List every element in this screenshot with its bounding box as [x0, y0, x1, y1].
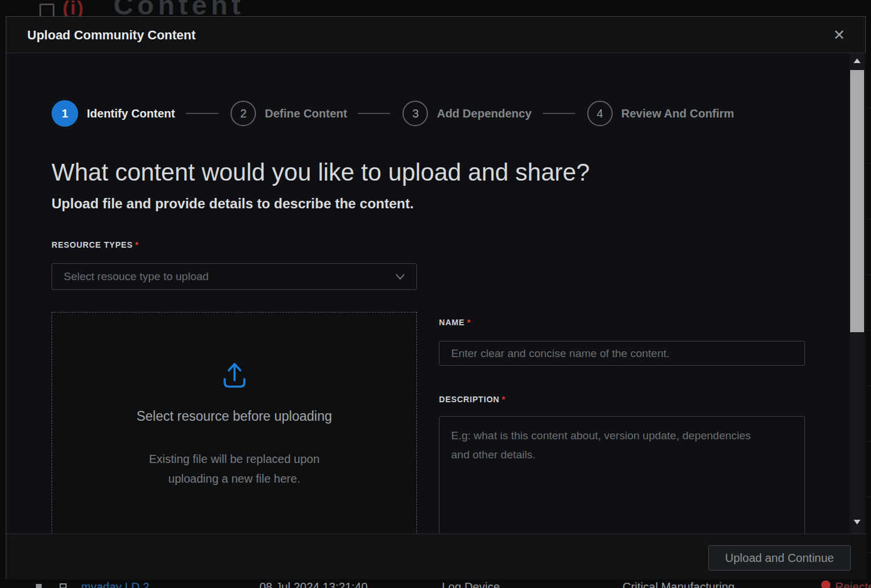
vertical-scrollbar[interactable] [850, 53, 865, 534]
step-3-label: Add Dependency [437, 107, 531, 120]
step-1-label: Identify Content [87, 107, 175, 120]
resource-type-select-placeholder: Select resouce type to upload [64, 270, 396, 283]
chevron-down-icon [396, 274, 405, 280]
file-dropzone[interactable]: Select resource before uploading Existin… [52, 312, 417, 534]
background-row-timestamp: 08 Jul 2024 13:21:40 [259, 580, 368, 588]
step-connector [543, 113, 575, 114]
required-asterisk: * [502, 394, 506, 404]
page-subtitle: Upload file and provide details to descr… [52, 196, 413, 212]
step-4-label: Review And Confirm [621, 107, 734, 120]
background-table-row: myaday LD 2 08 Jul 2024 13:21:40 Log Dev… [0, 579, 871, 588]
background-logo-icon [39, 3, 54, 16]
resource-type-select[interactable]: Select resouce type to upload [52, 263, 417, 290]
screen: (i) Content myaday LD 2 08 Jul 2024 13:2… [0, 0, 871, 588]
step-connector [186, 113, 218, 114]
step-2-label: Define Content [265, 107, 347, 120]
modal-body: 1 Identify Content 2 Define Content 3 Ad… [6, 53, 866, 534]
step-add-dependency: 3 Add Dependency [402, 101, 531, 126]
background-table-gridlines [866, 0, 871, 588]
required-asterisk: * [467, 317, 471, 327]
dropzone-secondary-text: Existing file will be replaced upon uplo… [52, 449, 416, 488]
resource-types-label: RESOURCE TYPES* [52, 240, 139, 249]
background-logo-red-fragment: (i) [63, 0, 85, 16]
step-1-circle: 1 [52, 100, 78, 127]
scrollbar-thumb[interactable] [850, 70, 864, 332]
background-row-name-link[interactable]: myaday LD 2 [81, 580, 149, 588]
modal-title: Upload Community Content [27, 17, 196, 53]
background-row-resource-type: Log Device [442, 580, 500, 588]
background-row-vendor: Critical Manufacturing [623, 580, 734, 588]
step-4-circle: 4 [587, 101, 613, 126]
step-review-and-confirm: 4 Review And Confirm [587, 101, 734, 126]
dropzone-primary-text: Select resource before uploading [52, 409, 416, 424]
upload-and-continue-button[interactable]: Upload and Continue [708, 545, 851, 571]
step-2-circle: 2 [230, 101, 256, 126]
modal-header: Upload Community Content ✕ [6, 17, 865, 53]
upload-icon [220, 361, 249, 389]
required-asterisk: * [135, 240, 139, 249]
close-icon[interactable]: ✕ [830, 17, 848, 53]
background-page-header: (i) Content [0, 0, 871, 16]
scroll-down-icon[interactable] [854, 520, 861, 524]
name-label: NAME* [439, 317, 471, 327]
step-3-circle: 3 [402, 101, 428, 126]
modal-footer: Upload and Continue [6, 534, 866, 579]
upload-community-content-modal: Upload Community Content ✕ 1 Identify Co… [6, 16, 866, 579]
background-page-title-partial: Content [114, 0, 245, 16]
name-input[interactable] [439, 341, 805, 366]
step-identify-content: 1 Identify Content [52, 100, 175, 127]
wizard-stepper: 1 Identify Content 2 Define Content 3 Ad… [52, 100, 734, 127]
description-label: DESCRIPTION* [439, 394, 506, 404]
page-title: What content would you like to upload an… [52, 159, 590, 186]
description-textarea[interactable] [439, 416, 805, 534]
step-connector [358, 113, 390, 114]
scroll-up-icon[interactable] [854, 58, 861, 63]
rejected-status-icon [821, 580, 830, 588]
step-define-content: 2 Define Content [230, 101, 347, 126]
background-row-status: Rejected [835, 580, 871, 588]
